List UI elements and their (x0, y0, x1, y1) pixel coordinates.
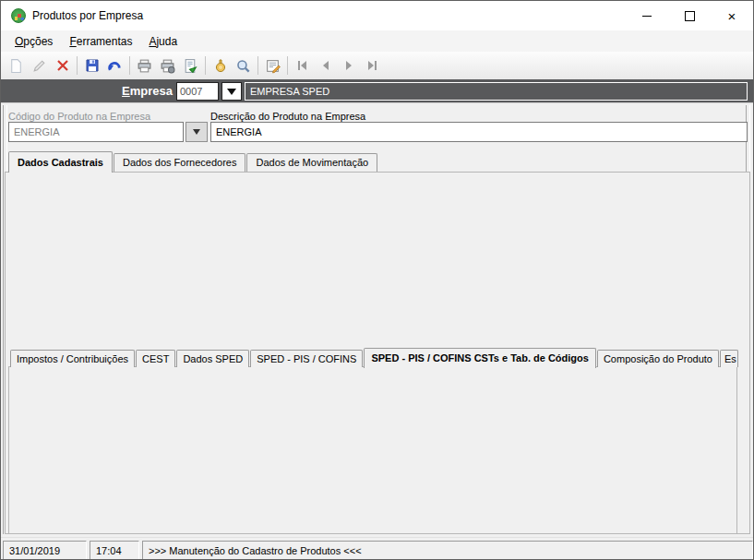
search-button[interactable] (232, 54, 255, 77)
status-time: 17:04 (90, 541, 139, 560)
menu-bar: Opções Ferramentas Ajuda (1, 30, 753, 52)
bell-icon (213, 58, 228, 73)
toolbar-separator (257, 56, 258, 75)
menu-opcoes[interactable]: Opções (6, 32, 61, 51)
empresa-code-field[interactable]: 0007 (176, 82, 219, 101)
properties-page-icon (265, 58, 281, 74)
minimize-icon (642, 16, 652, 17)
toolbar-separator (205, 56, 206, 75)
menu-opcoes-accel: O (15, 35, 23, 48)
properties-button[interactable] (261, 54, 284, 77)
edit-button[interactable] (28, 54, 51, 77)
close-icon: × (728, 9, 736, 23)
tab-dados-movimentacao[interactable]: Dados de Movimentação (246, 153, 377, 172)
nav-last-icon (365, 58, 379, 73)
main-tabstrip: Dados Cadastrais Dados dos Fornecedores … (8, 151, 378, 172)
product-desc-field[interactable]: ENERGIA (210, 122, 748, 142)
delete-button[interactable] (51, 54, 74, 77)
toolbar (1, 52, 753, 80)
title-bar: Produtos por Empresa × (1, 1, 753, 30)
menu-ferramentas-accel: F (69, 35, 76, 48)
close-button[interactable]: × (711, 2, 753, 30)
tab-sped-pis-cofins[interactable]: SPED - PIS / COFINS (250, 350, 363, 367)
sped-cst-panel (8, 366, 737, 534)
tab-dados-sped[interactable]: Dados SPED (176, 350, 249, 367)
menu-opcoes-rest: pções (23, 35, 53, 48)
tab-sped-pis-cofins-csts[interactable]: SPED - PIS / COFINS CSTs e Tab. de Códig… (364, 348, 596, 368)
menu-ferramentas[interactable]: Ferramentas (61, 32, 140, 51)
empresa-band: Empresa 0007 EMPRESA SPED (1, 79, 753, 103)
print-config-button[interactable] (156, 54, 179, 77)
app-icon (11, 8, 26, 23)
tab-impostos-contribuicoes[interactable]: Impostos / Contribuições (10, 350, 135, 367)
new-page-icon (8, 58, 24, 74)
nav-prev-icon (318, 58, 333, 73)
save-button[interactable] (80, 54, 103, 77)
minimize-button[interactable] (626, 2, 668, 30)
undo-button[interactable] (103, 54, 126, 77)
empresa-label-rest: mpresa (130, 84, 173, 98)
menu-ferramentas-rest: erramentas (77, 35, 133, 48)
new-button[interactable] (5, 54, 28, 77)
pencil-icon (31, 58, 47, 74)
tab-dados-fornecedores[interactable]: Dados dos Fornecedores (114, 153, 246, 172)
report-page-icon (183, 58, 198, 74)
bell-button[interactable] (209, 54, 232, 77)
report-button[interactable] (179, 54, 202, 77)
nav-prev-button[interactable] (314, 54, 337, 77)
menu-ajuda[interactable]: Ajuda (140, 32, 186, 51)
empresa-label: Empresa (1, 84, 173, 98)
toolbar-separator (129, 56, 130, 75)
toolbar-separator (287, 56, 288, 75)
nav-next-button[interactable] (337, 54, 360, 77)
product-code-field[interactable]: ENERGIA (8, 122, 184, 142)
status-bar: 31/01/2019 17:04 >>> Manutenção do Cadas… (1, 537, 753, 559)
product-desc-label: Descrição do Produto na Empresa (210, 111, 365, 122)
save-floppy-icon (85, 58, 100, 73)
inner-tabstrip: Impostos / Contribuições CEST Dados SPED… (10, 348, 739, 367)
printer-gear-icon (160, 58, 175, 74)
print-button[interactable] (133, 54, 156, 77)
nav-first-button[interactable] (291, 54, 314, 77)
nav-first-icon (295, 58, 310, 73)
toolbar-separator (77, 56, 78, 75)
empresa-name-field[interactable]: EMPRESA SPED (245, 82, 748, 101)
tab-dados-cadastrais[interactable]: Dados Cadastrais (8, 151, 113, 173)
delete-x-icon (55, 58, 70, 73)
printer-icon (137, 58, 152, 74)
produtos-por-empresa-window: Produtos por Empresa × Opções Ferramenta… (0, 0, 754, 560)
menu-ajuda-rest: juda (156, 35, 177, 48)
tab-composicao-produto[interactable]: Composição do Produto (597, 350, 719, 367)
tab-cest[interactable]: CEST (136, 350, 175, 367)
empresa-label-accel: E (122, 84, 130, 98)
product-code-dropdown-button[interactable] (186, 122, 208, 142)
tab-es-truncated[interactable]: Es (720, 350, 738, 367)
undo-arrow-icon (107, 58, 123, 74)
status-message: >>> Manutenção do Cadastro de Produtos <… (142, 541, 753, 560)
maximize-icon (685, 11, 695, 21)
empresa-dropdown-button[interactable] (221, 82, 242, 101)
nav-next-icon (341, 58, 356, 73)
window-title: Produtos por Empresa (32, 9, 143, 22)
status-date: 31/01/2019 (3, 541, 87, 560)
magnifier-icon (235, 58, 251, 74)
maximize-button[interactable] (668, 2, 711, 30)
nav-last-button[interactable] (360, 54, 383, 77)
product-code-label: Código do Produto na Empresa (8, 111, 150, 122)
